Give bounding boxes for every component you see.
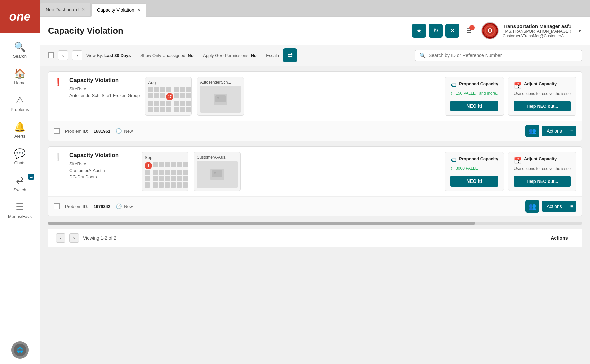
tab-neo-dashboard-close[interactable]: ✕: [81, 7, 85, 12]
sidebar-label-alerts: Alerts: [14, 134, 25, 139]
svg-point-8: [217, 97, 219, 99]
cal-cell: [183, 182, 188, 188]
actions-menu-button-1[interactable]: ≡: [567, 126, 576, 136]
adjust-cap-title-2: Adjust Capacity: [524, 156, 557, 162]
spacer-1: [249, 77, 439, 116]
pagination-prev[interactable]: ‹: [56, 233, 65, 243]
cal-cell: [174, 107, 179, 112]
logo-text: one: [9, 10, 30, 24]
pagination-next[interactable]: ›: [69, 233, 79, 243]
cap-icon-1: 🏷: [450, 82, 456, 89]
problem-checkbox-1[interactable]: [54, 128, 60, 134]
group-button-2[interactable]: 👥: [525, 200, 539, 213]
sidebar-item-menus[interactable]: ☰ Menus/Favs: [0, 197, 40, 224]
image-block-2[interactable]: CustomerA-Aus...: [194, 152, 241, 191]
cal-cell: [180, 87, 185, 92]
user-role: TMS.TRANSPORTATION_MANAGER: [503, 29, 571, 34]
cap-detail-icon-2: 🏷: [450, 166, 454, 171]
status-icon-1: 🕐: [116, 128, 122, 134]
tab-neo-dashboard-label: Neo Dashboard: [46, 7, 79, 12]
select-all-checkbox[interactable]: [48, 52, 54, 58]
actions-label-button-1[interactable]: Actions: [542, 126, 567, 136]
cal-cell: [154, 107, 159, 112]
cal-highlight-1: 17: [166, 93, 173, 100]
favorite-button[interactable]: ★: [412, 24, 426, 38]
cal-cell: [177, 162, 182, 167]
filter-button[interactable]: ⇄: [283, 48, 297, 62]
actions-menu-button-2[interactable]: ≡: [567, 201, 576, 212]
sidebar-item-chats[interactable]: 💬 Chats: [0, 143, 40, 170]
calendar-block-2[interactable]: Sep 1: [142, 152, 188, 191]
actions-group-2: Actions ≡: [542, 201, 576, 212]
cal-cell: [171, 176, 176, 181]
cap-detail-2: 🏷 3000 PALLET: [450, 166, 498, 171]
user-dropdown-arrow[interactable]: ▼: [577, 28, 582, 33]
search-box: 🔍: [415, 50, 582, 61]
cal-cell: [180, 107, 185, 112]
pag-actions-label[interactable]: Actions: [551, 235, 568, 241]
footer-actions-1: 👥 Actions ≡: [525, 125, 576, 137]
cal-cell: [154, 93, 159, 98]
sidebar-item-problems[interactable]: ⚠ Problems: [0, 90, 40, 117]
actions-label-button-2[interactable]: Actions: [542, 201, 567, 212]
pagination-info: Viewing 1-2 of 2: [83, 235, 116, 241]
adjust-cap-icon-2: 📅: [514, 157, 521, 164]
sidebar-item-alerts[interactable]: 🔔 Alerts: [0, 117, 40, 143]
sidebar-label-menus: Menus/Favs: [8, 214, 32, 219]
problem-type-1: Capacity Violation: [69, 77, 140, 84]
image-block-1[interactable]: AutoTenderSch...: [197, 77, 244, 116]
tab-capacity-violation-close[interactable]: ✕: [137, 8, 141, 12]
cal-cell: [159, 182, 164, 188]
bottom-bar: ‹ › Viewing 1-2 of 2 Actions ≡: [48, 229, 582, 247]
sidebar-item-switch[interactable]: ⇄ Switch ⇄: [0, 170, 40, 197]
group-button-1[interactable]: 👥: [525, 125, 539, 137]
cal-cell: [160, 87, 165, 92]
sidebar-item-home[interactable]: 🏠 Home: [0, 63, 40, 90]
tab-neo-dashboard[interactable]: Neo Dashboard ✕: [40, 3, 91, 16]
neo-it-button-2[interactable]: NEO It!: [450, 176, 498, 187]
cal-cell: [186, 101, 191, 106]
problem-source-2: SiteRsrc: [69, 161, 136, 167]
sidebar-item-search[interactable]: 🔍 Search: [0, 37, 40, 63]
header-actions: ★ ↻ ✕ ☰ 1: [412, 24, 476, 38]
close-button[interactable]: ✕: [445, 24, 459, 38]
user-avatar[interactable]: O: [481, 22, 499, 39]
user-avatar-small[interactable]: 🌐: [11, 341, 29, 359]
help-neo-button-1[interactable]: Help NEO out...: [514, 101, 571, 111]
scrollbar-area[interactable]: [48, 222, 582, 225]
scrollbar-thumb[interactable]: [48, 222, 475, 225]
tab-capacity-violation[interactable]: Capacity Violation ✕: [91, 3, 146, 17]
cal-cell: [154, 101, 159, 106]
search-input[interactable]: [429, 53, 578, 58]
page-title: Capacity Violation: [48, 26, 412, 36]
adjust-capacity-card-1: 📅 Adjust Capacity Use options to resolve…: [508, 77, 576, 116]
spacer-2: [246, 152, 439, 191]
refresh-button[interactable]: ↻: [429, 24, 443, 38]
calendar-block-1[interactable]: Aug 17: [145, 77, 192, 116]
filter-sep-2: [198, 52, 199, 58]
next-nav-button[interactable]: ›: [72, 50, 82, 60]
problem-checkbox-2[interactable]: [54, 203, 60, 209]
neo-it-button-1[interactable]: NEO It!: [450, 101, 498, 111]
help-neo-button-2[interactable]: Help NEO out...: [514, 176, 571, 187]
img-placeholder-1: [200, 86, 241, 113]
cal-cell: [166, 107, 171, 112]
menu-button[interactable]: ☰ 1: [462, 24, 476, 38]
problem-card-2-body: ❕ Capacity Violation SiteRsrc CustomerA-…: [48, 147, 582, 196]
cap-title-1: Proposed Capacity: [459, 81, 498, 87]
toolbar: ‹ › View By: Last 30 Days Show Only Unas…: [40, 45, 590, 66]
sidebar-logo[interactable]: one: [0, 0, 40, 33]
adjust-cap-header-2: 📅 Adjust Capacity: [514, 156, 571, 164]
cal-cell: [153, 162, 158, 167]
pag-actions-menu-icon[interactable]: ≡: [570, 235, 574, 242]
cal-cell: [171, 170, 176, 175]
cal-cell: [171, 182, 176, 188]
cal-cell: [153, 182, 158, 188]
cal-cell: [166, 101, 171, 106]
prob-id-label-1: Problem ID:: [65, 129, 88, 134]
problem-info-2: Capacity Violation SiteRsrc CustomerA-Au…: [69, 152, 136, 191]
prev-nav-button[interactable]: ‹: [58, 50, 68, 60]
cal-cell: [145, 182, 150, 188]
proposed-capacity-card-1: 🏷 Proposed Capacity 🏷 150 PALLET and mor…: [445, 77, 504, 116]
user-profile: O Transportation Manager asf1 TMS.TRANSP…: [481, 22, 582, 39]
